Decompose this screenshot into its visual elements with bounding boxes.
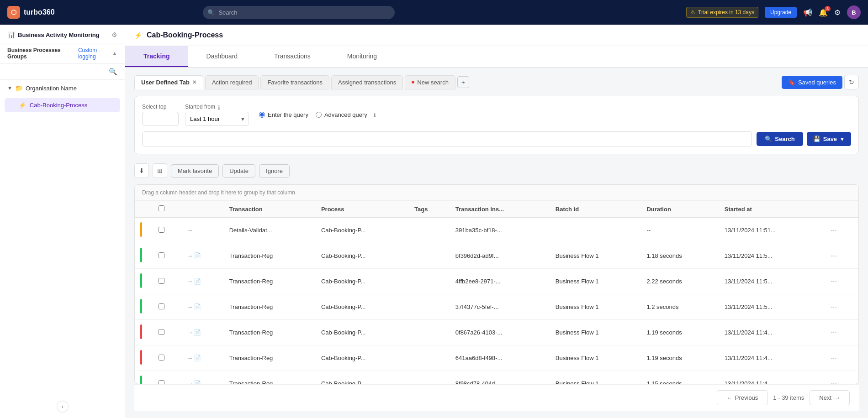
- previous-button[interactable]: ← Previous: [717, 390, 768, 405]
- row-ellipsis-button[interactable]: ···: [829, 329, 839, 337]
- sidebar-collapse-arrow[interactable]: ▲: [112, 50, 117, 57]
- col-process[interactable]: Process: [316, 201, 409, 218]
- arrow-right-icon[interactable]: →: [187, 303, 193, 310]
- sidebar-search-icon[interactable]: 🔍: [109, 68, 117, 76]
- tab-monitoring[interactable]: Monitoring: [329, 46, 395, 67]
- global-search-container: 🔍: [203, 6, 395, 19]
- select-top-input[interactable]: 1000: [142, 112, 179, 126]
- refresh-button[interactable]: ↻: [844, 75, 859, 89]
- action-cell: →📄: [181, 243, 224, 269]
- row-ellipsis-button[interactable]: ···: [829, 252, 839, 260]
- row-actions-cell: ···: [824, 269, 858, 294]
- doc-icon[interactable]: 📄: [194, 252, 201, 259]
- columns-icon-button[interactable]: ⊞: [153, 163, 167, 178]
- arrow-right-icon[interactable]: →: [187, 380, 193, 384]
- tab-tracking[interactable]: Tracking: [125, 46, 188, 67]
- sidebar-org[interactable]: ▼ 📁 Organisation Name: [0, 80, 125, 96]
- update-button[interactable]: Update: [222, 164, 255, 178]
- arrow-right-icon[interactable]: →: [187, 278, 193, 285]
- qtab-assigned[interactable]: Assigned transactions: [331, 75, 403, 89]
- arrow-right-icon[interactable]: →: [187, 227, 193, 234]
- action-cell: →📄: [181, 269, 224, 294]
- save-button[interactable]: 💾 Save ▼: [807, 132, 851, 146]
- transaction-ins-cell: 8f98cd78-404d...: [450, 371, 550, 384]
- duration-cell: 1.15 seconds: [641, 371, 719, 384]
- row-ellipsis-button[interactable]: ···: [829, 303, 839, 311]
- doc-icon[interactable]: 📄: [194, 355, 201, 361]
- arrow-right-icon[interactable]: →: [187, 355, 193, 361]
- col-transaction[interactable]: Transaction: [224, 201, 316, 218]
- transaction-cell: Details-Validat...: [224, 218, 316, 243]
- col-started-at[interactable]: Started at: [719, 201, 824, 218]
- col-tags[interactable]: Tags: [409, 201, 450, 218]
- query-tabs-row: User Defined Tab ✕ Action required Favor…: [134, 75, 859, 89]
- advanced-query-radio[interactable]: [316, 112, 322, 118]
- ignore-button[interactable]: Ignore: [259, 164, 290, 178]
- qtab-favorite[interactable]: Favorite transactions: [260, 75, 329, 89]
- batch-id-cell: Business Flow 1: [550, 345, 641, 371]
- doc-icon[interactable]: 📄: [194, 303, 201, 310]
- tab-dashboard[interactable]: Dashboard: [188, 46, 256, 67]
- row-checkbox[interactable]: [159, 303, 164, 309]
- enter-query-radio-label[interactable]: Enter the query: [259, 111, 308, 118]
- select-top-label: Select top: [142, 104, 179, 110]
- col-transaction-ins[interactable]: Transaction ins...: [450, 201, 550, 218]
- table-row: →📄 Transaction-Reg Cab-Booking-P... 4ffb…: [135, 269, 858, 294]
- qtab-new-search[interactable]: New search: [405, 75, 455, 89]
- row-checkbox[interactable]: [159, 355, 164, 361]
- advanced-query-radio-label[interactable]: Advanced query: [316, 111, 367, 118]
- notifications-bell-icon[interactable]: 🔔 3: [819, 8, 828, 17]
- saved-queries-button[interactable]: 🔖 Saved queries: [782, 76, 842, 89]
- app-body: 📊 Business Activity Monitoring ⚙ Busines…: [0, 25, 868, 418]
- download-icon-button[interactable]: ⬇: [134, 163, 149, 178]
- row-checkbox[interactable]: [159, 329, 164, 335]
- notifications-megaphone-icon[interactable]: 📢: [803, 8, 812, 17]
- process-cell: Cab-Booking-P...: [316, 320, 409, 345]
- row-checkbox[interactable]: [159, 227, 164, 233]
- next-button[interactable]: Next →: [810, 390, 850, 405]
- row-checkbox[interactable]: [159, 252, 164, 258]
- row-actions-cell: ···: [824, 243, 858, 269]
- sidebar-settings-icon[interactable]: ⚙: [111, 31, 117, 38]
- search-button[interactable]: 🔍 Search: [757, 132, 803, 146]
- col-batch-id[interactable]: Batch id: [550, 201, 641, 218]
- sidebar-collapse-button[interactable]: ‹: [57, 401, 69, 413]
- row-ellipsis-button[interactable]: ···: [829, 380, 839, 384]
- tab-transactions[interactable]: Transactions: [256, 46, 329, 67]
- page-header: ⚡ Cab-Booking-Process: [125, 25, 868, 46]
- row-ellipsis-button[interactable]: ···: [829, 277, 839, 286]
- table-scroll[interactable]: Transaction Process Tags Transaction ins…: [135, 201, 858, 384]
- qtab-action-required[interactable]: Action required: [205, 75, 259, 89]
- table-body: → Details-Validat... Cab-Booking-P... 39…: [135, 218, 858, 384]
- arrow-right-icon[interactable]: →: [187, 252, 193, 259]
- doc-icon[interactable]: 📄: [194, 329, 201, 336]
- col-duration[interactable]: Duration: [641, 201, 719, 218]
- query-input[interactable]: [142, 131, 752, 146]
- sidebar-link-groups[interactable]: Business Processes Groups: [7, 47, 74, 60]
- row-checkbox[interactable]: [159, 278, 164, 284]
- doc-icon[interactable]: 📄: [194, 278, 201, 285]
- mark-favorite-button[interactable]: Mark favorite: [171, 164, 219, 178]
- batch-id-cell: Business Flow 1: [550, 294, 641, 320]
- sidebar-process-item[interactable]: ⚡ Cab-Booking-Process: [5, 98, 120, 112]
- enter-query-radio[interactable]: [259, 112, 265, 118]
- arrow-right-icon[interactable]: →: [187, 329, 193, 336]
- tags-cell: [409, 294, 450, 320]
- checkbox-cell: [153, 371, 181, 384]
- row-ellipsis-button[interactable]: ···: [829, 226, 839, 235]
- upgrade-button[interactable]: Upgrade: [765, 7, 797, 18]
- row-ellipsis-button[interactable]: ···: [829, 354, 839, 362]
- doc-icon[interactable]: 📄: [194, 380, 201, 384]
- avatar[interactable]: B: [847, 5, 861, 19]
- transaction-cell: Transaction-Reg: [224, 243, 316, 269]
- row-checkbox[interactable]: [159, 380, 164, 384]
- qtab-user-defined-close-icon[interactable]: ✕: [192, 79, 196, 85]
- add-query-tab-button[interactable]: +: [457, 76, 469, 88]
- sidebar-link-custom-logging[interactable]: Custom logging: [78, 47, 112, 60]
- select-all-checkbox[interactable]: [159, 205, 164, 211]
- started-from-select[interactable]: Last 1 hour Last 3 hours Last 6 hours La…: [185, 112, 249, 126]
- global-search-input[interactable]: [203, 6, 395, 19]
- batch-id-cell: Business Flow 1: [550, 269, 641, 294]
- settings-gear-icon[interactable]: ⚙: [834, 8, 841, 17]
- qtab-user-defined[interactable]: User Defined Tab ✕: [134, 75, 203, 89]
